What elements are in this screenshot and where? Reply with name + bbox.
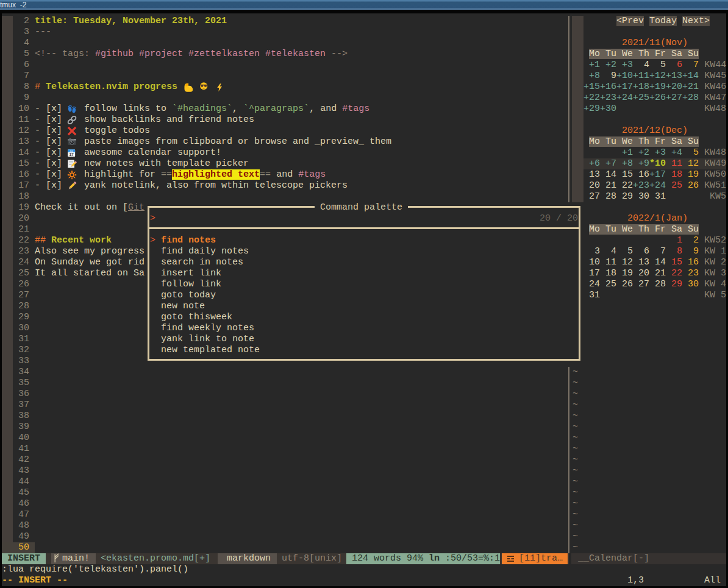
svg-text:17: 17 xyxy=(69,152,74,157)
